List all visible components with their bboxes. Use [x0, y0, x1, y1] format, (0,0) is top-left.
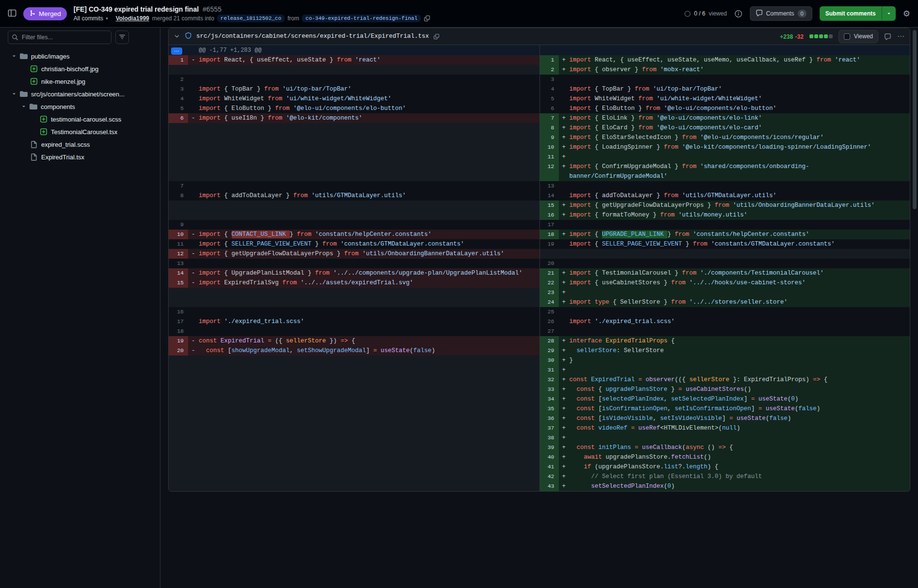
viewed-checkbox[interactable] — [844, 33, 850, 40]
diff-row: 10+import { LoadingSpinner } from '@elo-… — [169, 142, 910, 152]
submit-comments-button[interactable]: Submit comments — [820, 6, 896, 21]
info-button[interactable] — [734, 10, 743, 18]
line-number[interactable]: 12 — [169, 249, 188, 259]
line-number[interactable]: 16 — [169, 307, 188, 317]
line-number[interactable]: 11 — [169, 239, 188, 249]
line-number[interactable]: 2 — [169, 75, 188, 84]
line-number[interactable]: 1 — [169, 55, 188, 65]
tree-file-item[interactable]: nike-menzel.jpg — [8, 75, 152, 88]
collapse-file-button[interactable] — [174, 33, 180, 40]
line-number[interactable]: 29 — [539, 346, 559, 356]
line-number[interactable]: 3 — [169, 84, 188, 94]
line-number[interactable]: 4 — [539, 84, 559, 94]
line-number[interactable]: 40 — [539, 452, 559, 462]
copy-branch-button[interactable] — [424, 15, 430, 22]
submit-dropdown-caret[interactable] — [882, 6, 896, 21]
line-number[interactable]: 18 — [539, 230, 559, 239]
line-number[interactable]: 16 — [539, 210, 559, 220]
tree-file-item[interactable]: christian-bischoff.jpg — [8, 62, 152, 75]
tree-folder-item[interactable]: public/images — [8, 50, 152, 62]
line-number[interactable]: 11 — [539, 152, 559, 162]
file-options-kebab-button[interactable]: ⋯ — [897, 32, 905, 41]
line-number[interactable]: 2 — [539, 65, 559, 75]
line-number[interactable]: 39 — [539, 443, 559, 452]
line-number[interactable]: 14 — [539, 191, 559, 201]
line-number[interactable]: 26 — [539, 317, 559, 326]
line-number[interactable]: 7 — [169, 181, 188, 191]
line-number[interactable]: 23 — [539, 288, 559, 297]
head-branch-label[interactable]: co-349-expired-trial-redesign-final — [302, 15, 421, 22]
line-number[interactable]: 15 — [539, 201, 559, 210]
line-number[interactable]: 17 — [169, 317, 188, 326]
line-number[interactable]: 5 — [539, 94, 559, 104]
line-number[interactable]: 14 — [169, 268, 188, 278]
line-number[interactable]: 12 — [539, 162, 559, 181]
line-number[interactable]: 18 — [169, 326, 188, 336]
line-number[interactable]: 13 — [539, 181, 559, 191]
line-number[interactable]: 27 — [539, 326, 559, 336]
line-number[interactable]: 25 — [539, 307, 559, 317]
diff-sign: + — [562, 365, 566, 375]
tree-file-item[interactable]: ExpiredTrial.tsx — [8, 151, 152, 163]
file-filter-input[interactable] — [8, 31, 111, 44]
line-number[interactable]: 3 — [539, 75, 559, 84]
line-number[interactable]: 4 — [169, 94, 188, 104]
copy-path-button[interactable] — [433, 33, 440, 40]
line-number[interactable]: 19 — [169, 336, 188, 346]
line-number[interactable]: 32 — [539, 375, 559, 385]
line-number[interactable]: 8 — [539, 123, 559, 133]
line-number[interactable]: 37 — [539, 423, 559, 433]
line-number[interactable]: 8 — [169, 191, 188, 201]
line-number[interactable]: 34 — [539, 394, 559, 404]
line-number[interactable]: 17 — [539, 220, 559, 230]
tree-file-item[interactable]: expired_trial.scss — [8, 138, 152, 151]
line-number[interactable]: 31 — [539, 365, 559, 375]
tree-folder-item[interactable]: components — [8, 100, 152, 113]
line-number[interactable]: 7 — [539, 113, 559, 123]
filter-options-button[interactable] — [115, 31, 129, 44]
line-number[interactable]: 6 — [169, 113, 188, 123]
base-branch-label[interactable]: release_18112502_co — [217, 15, 285, 22]
line-number[interactable]: 20 — [539, 259, 559, 268]
line-number[interactable]: 5 — [169, 104, 188, 113]
line-number[interactable]: 36 — [539, 414, 559, 423]
line-number[interactable]: 28 — [539, 336, 559, 346]
line-number[interactable]: 38 — [539, 433, 559, 443]
author-link[interactable]: Volodia1999 — [116, 15, 149, 22]
line-number[interactable]: 15 — [169, 278, 188, 288]
line-number[interactable]: 19 — [539, 239, 559, 249]
expand-hunk-button[interactable]: ⋯ — [171, 47, 182, 55]
line-number[interactable]: 42 — [539, 472, 559, 481]
line-number[interactable]: 20 — [169, 346, 188, 356]
line-number[interactable]: 10 — [539, 142, 559, 152]
line-number[interactable]: 43 — [539, 481, 559, 491]
line-number[interactable]: 30 — [539, 356, 559, 365]
line-number[interactable]: 22 — [539, 278, 559, 288]
line-number[interactable]: 21 — [539, 268, 559, 278]
line-number[interactable]: 10 — [169, 230, 188, 239]
line-number[interactable]: 35 — [539, 404, 559, 414]
line-number[interactable]: 9 — [539, 133, 559, 142]
line-number[interactable]: 9 — [169, 220, 188, 230]
line-number[interactable]: 24 — [539, 297, 559, 307]
tree-item-label: components — [41, 103, 75, 110]
settings-gear-button[interactable]: ⚙ — [903, 9, 910, 19]
all-commits-dropdown[interactable]: All commits ▾ — [74, 15, 108, 22]
viewed-toggle[interactable]: Viewed — [839, 30, 878, 43]
line-number[interactable]: 13 — [169, 259, 188, 268]
line-number[interactable]: 1 — [539, 55, 559, 65]
file-comment-button[interactable] — [884, 33, 891, 40]
line-number — [169, 472, 188, 481]
line-number — [169, 462, 188, 472]
comments-button[interactable]: Comments 0 — [750, 6, 812, 21]
tree-folder-item[interactable]: src/js/containers/cabinet/screen... — [8, 88, 152, 100]
page-scrollbar-thumb[interactable] — [913, 30, 917, 209]
code-line: - const [showUpgradeModal, setShowUpgrad… — [188, 346, 539, 356]
diff-area: src/js/containers/cabinet/screens/expire… — [160, 28, 918, 588]
line-number[interactable]: 33 — [539, 385, 559, 394]
sidebar-toggle-button[interactable] — [8, 9, 16, 19]
tree-file-item[interactable]: TestimonialCarousel.tsx — [8, 125, 152, 138]
line-number[interactable]: 41 — [539, 462, 559, 472]
line-number[interactable]: 6 — [539, 104, 559, 113]
tree-file-item[interactable]: testimonial-carousel.scss — [8, 113, 152, 125]
